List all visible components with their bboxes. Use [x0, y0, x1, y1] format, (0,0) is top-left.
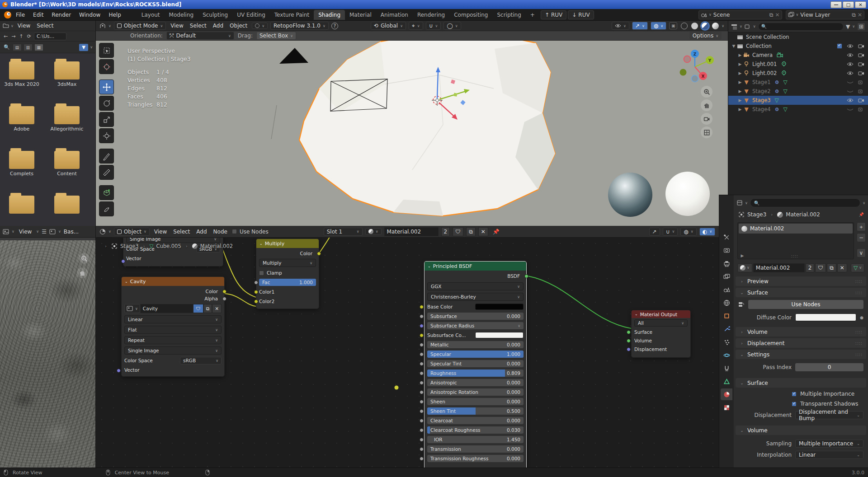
- tab-texture-paint[interactable]: Texture Paint: [270, 10, 314, 20]
- tool-cursor[interactable]: [99, 59, 114, 74]
- eye-closed-icon[interactable]: [847, 89, 854, 94]
- eye-closed-icon[interactable]: [847, 80, 854, 84]
- panel-volume-cycles[interactable]: ⌄Volume: [736, 426, 866, 435]
- search-icon[interactable]: 🔍: [3, 44, 11, 50]
- vector-socket[interactable]: [121, 259, 125, 263]
- input-socket[interactable]: [420, 419, 424, 423]
- clamp-checkbox[interactable]: [259, 271, 264, 276]
- input-socket[interactable]: [420, 314, 424, 318]
- outliner-row-camera[interactable]: ▶Camera: [728, 51, 868, 60]
- world-shader-toggle[interactable]: ◐∨: [699, 228, 715, 236]
- close-button[interactable]: ✕: [855, 1, 866, 8]
- filter-funnel-icon[interactable]: ▼: [79, 44, 88, 51]
- orientation-default-dropdown[interactable]: ⤱Default∨: [166, 32, 234, 40]
- input-socket[interactable]: [420, 352, 424, 356]
- color-output-socket[interactable]: [222, 290, 226, 294]
- tab-layout[interactable]: Layout: [137, 10, 165, 20]
- input-socket[interactable]: [420, 371, 424, 375]
- animate-dot-icon[interactable]: ●: [860, 315, 863, 320]
- properties-tab-tool[interactable]: [721, 231, 732, 243]
- eye-icon[interactable]: [847, 71, 854, 75]
- users-count-button[interactable]: 2: [806, 263, 815, 272]
- dropdown[interactable]: Subsurface Radius∨: [427, 322, 524, 329]
- zoom-icon[interactable]: [701, 86, 712, 98]
- fake-user-shield-icon[interactable]: 🛡: [193, 304, 203, 313]
- expand-icon[interactable]: ▶: [740, 253, 745, 258]
- input-socket[interactable]: [420, 333, 424, 337]
- editor-type-icon[interactable]: [99, 229, 106, 235]
- properties-tab-material[interactable]: [721, 388, 732, 400]
- input-socket[interactable]: [420, 428, 424, 432]
- outliner-row-stage3[interactable]: ▶▼Stage3▽: [728, 96, 868, 105]
- remove-slot-button[interactable]: −: [857, 233, 866, 242]
- target-dropdown[interactable]: All∨: [634, 319, 688, 327]
- unlink-icon[interactable]: ✕: [212, 304, 222, 313]
- properties-tab-texture[interactable]: [721, 402, 732, 413]
- hamburger-icon[interactable]: ☰: [42, 229, 47, 235]
- value-slider[interactable]: Clearcoat0.000: [427, 417, 524, 424]
- copy-icon[interactable]: ⧉: [466, 227, 476, 236]
- mode-dropdown[interactable]: Object Mode∨: [114, 22, 166, 30]
- drag-mode-dropdown[interactable]: Select Box∨: [256, 32, 296, 40]
- image-browse-icon[interactable]: [49, 229, 56, 235]
- interpolation-dropdown[interactable]: Linear⌄: [795, 451, 863, 459]
- input-socket[interactable]: [420, 343, 424, 347]
- refresh-icon[interactable]: ⟳: [26, 33, 32, 39]
- matcap-preview-sphere[interactable]: [665, 172, 710, 216]
- properties-tab-constraints[interactable]: [721, 362, 732, 374]
- copy-icon[interactable]: ⧉: [203, 304, 212, 313]
- distribution-dropdown[interactable]: GGX∨: [427, 282, 524, 290]
- input-socket[interactable]: [420, 305, 424, 309]
- view-menu[interactable]: View: [169, 23, 185, 29]
- browse-image-dropdown[interactable]: ∨: [124, 304, 140, 313]
- image-view-menu[interactable]: View: [17, 228, 33, 236]
- folder-item[interactable]: [2, 192, 42, 215]
- select-menu[interactable]: Select: [188, 23, 208, 29]
- material-slot-row[interactable]: Material.002: [739, 224, 853, 234]
- close-icon[interactable]: ✕: [775, 12, 779, 18]
- folder-item[interactable]: Allegorithmic: [47, 103, 87, 132]
- input-socket[interactable]: [420, 400, 424, 404]
- visibility-dropdown[interactable]: ∨: [612, 22, 629, 30]
- value-slider[interactable]: Sheen0.000: [427, 398, 524, 405]
- editor-type-icon[interactable]: [3, 229, 9, 235]
- properties-tab-object-data[interactable]: [721, 375, 732, 387]
- input-socket[interactable]: [420, 457, 424, 461]
- image-name[interactable]: Bas...: [64, 229, 79, 235]
- editor-type-icon[interactable]: [736, 200, 743, 206]
- value-slider[interactable]: Roughness0.809: [427, 369, 524, 377]
- subsurface-method-dropdown[interactable]: Christensen-Burley∨: [427, 293, 524, 301]
- pivot-point-dropdown[interactable]: ⌖∨: [409, 22, 423, 30]
- cam-icon[interactable]: [858, 98, 864, 103]
- color-swatch[interactable]: [475, 332, 524, 338]
- properties-tab-physics[interactable]: [721, 349, 732, 361]
- copy-icon[interactable]: ⧉: [827, 263, 836, 272]
- tab-rendering[interactable]: Rendering: [413, 10, 449, 20]
- tab-scripting[interactable]: Scripting: [492, 10, 525, 20]
- shading-wireframe-button[interactable]: [681, 23, 688, 29]
- zoom-icon[interactable]: [79, 253, 90, 264]
- folder-item[interactable]: [47, 192, 87, 215]
- value-slider[interactable]: Anisotropic0.000: [427, 379, 524, 386]
- add-workspace-button[interactable]: +: [526, 10, 539, 20]
- input-socket[interactable]: [420, 438, 424, 442]
- camera-view-icon[interactable]: [701, 113, 712, 125]
- pin-icon[interactable]: 📌: [859, 212, 864, 217]
- tab-shading[interactable]: Shading: [314, 10, 345, 20]
- tool-transform[interactable]: [99, 128, 114, 143]
- cavity-dropdown-single-image[interactable]: Single Image∨: [124, 346, 222, 355]
- snap-toggle[interactable]: ∪∨: [663, 228, 678, 236]
- input-socket[interactable]: [627, 330, 631, 334]
- node-menu[interactable]: Node: [212, 229, 229, 235]
- unlink-icon[interactable]: ✕: [837, 263, 847, 272]
- folder-item[interactable]: Content: [47, 147, 87, 177]
- partial-image-node[interactable]: Single Image∨ Color Space sRGB∨ Vector: [123, 233, 223, 267]
- editor-type-icon[interactable]: [99, 23, 106, 29]
- help-icon[interactable]: ?: [331, 23, 338, 29]
- cavity-image-node[interactable]: ⌄Cavity Color Alpha ∨ Cavity 🛡 ⧉ ✕ Linea…: [121, 276, 225, 377]
- outliner-search-input[interactable]: 🔍: [758, 23, 844, 31]
- copy-icon[interactable]: ⧉: [852, 12, 856, 18]
- principled-bsdf-node[interactable]: ⌄Principled BSDF BSDF GGX∨ Christensen-B…: [424, 261, 527, 468]
- input-socket[interactable]: [420, 324, 424, 328]
- copy-icon[interactable]: ⧉: [769, 12, 774, 18]
